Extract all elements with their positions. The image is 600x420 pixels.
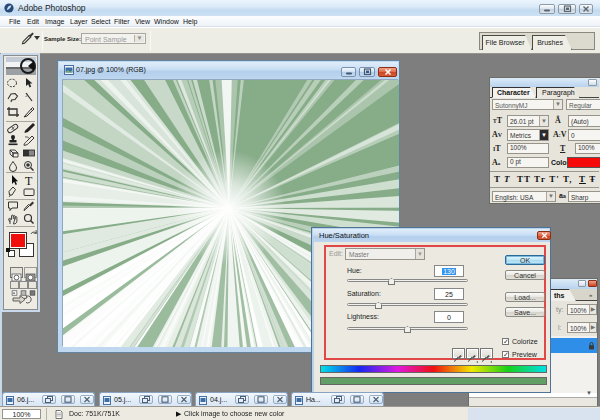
svg-text:T: T	[25, 174, 33, 186]
